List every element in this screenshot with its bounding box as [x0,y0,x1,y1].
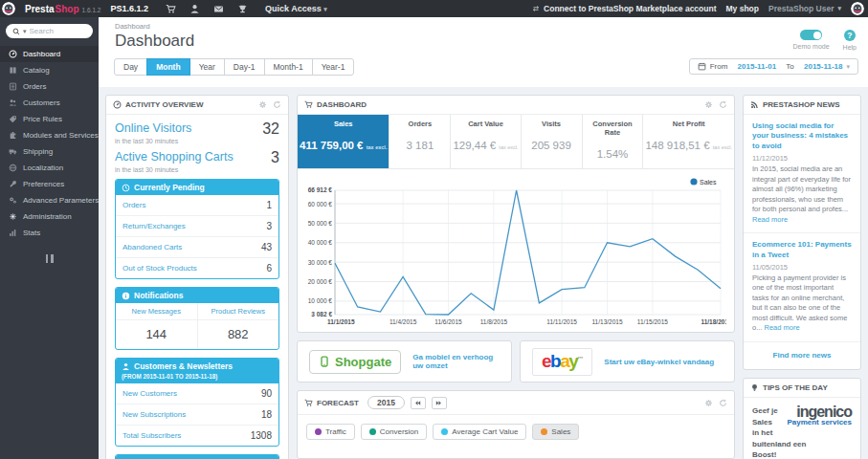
stat-row-link[interactable]: Out of Stock Products [122,264,197,273]
forecast-next-button[interactable] [432,397,447,409]
find-more-news-link[interactable]: Find more news [744,342,860,369]
help-icon[interactable]: ? [844,30,856,41]
sidebar-item-label: Preferences [23,180,64,188]
kpi-cart-value[interactable]: Cart Value129,44 € tax excl. [451,115,521,168]
sidebar-item-dashboard[interactable]: Dashboard [0,46,99,62]
brand-version: 1.6.1.2 [82,7,101,13]
stat-row-value: 1308 [251,430,272,441]
stat-row-link[interactable]: Total Subscribers [122,431,181,440]
kpi-conversion-rate[interactable]: Conversion Rate1.54% [583,115,644,168]
news-article-title[interactable]: Using social media for your business: 4 … [752,121,852,151]
sidebar-item-stats[interactable]: Stats [0,225,99,241]
sidebar-item-localization[interactable]: Localization [0,160,99,176]
range-button-year[interactable]: Year [189,58,225,76]
user-menu[interactable]: PrestaShop User ▾ [768,4,841,13]
forecast-year[interactable]: 2015 [367,396,405,409]
cart-icon[interactable] [166,4,176,14]
ebay-banner[interactable]: ebay™ Start uw eBay-winkel vandaag [520,340,735,382]
sidebar-item-label: Dashboard [23,50,60,58]
rss-icon [750,100,759,109]
sidebar-item-shipping[interactable]: Shipping [0,143,99,160]
search-input[interactable] [30,27,79,35]
sidebar-search[interactable]: ▾ [6,24,93,38]
sidebar-item-customers[interactable]: Customers [0,95,99,111]
marketplace-link[interactable]: Connect to PrestaShop Marketplace accoun… [532,4,716,13]
shop-name-link[interactable]: PS1.6.1.2 [110,4,148,13]
shopgate-link[interactable]: Ga mobiel en verhoog uw omzet [412,353,500,370]
stat-row-link[interactable]: Return/Exchanges [122,222,186,230]
refresh-icon[interactable] [719,399,727,407]
news-article-date: 11/12/2015 [752,154,852,163]
list-icon [9,82,17,91]
pending-title: Currently Pending [134,183,205,192]
range-button-day[interactable]: Day [114,58,147,76]
product-reviews-link[interactable]: Product Reviews [198,303,279,320]
refresh-icon[interactable] [719,100,727,109]
ebay-link[interactable]: Start uw eBay-winkel vandaag [604,358,714,366]
messages-icon[interactable] [213,4,224,14]
quick-access-menu[interactable]: Quick Access ▾ [265,4,327,13]
sidebar-item-catalog[interactable]: Catalog [0,62,99,78]
gear-icon[interactable] [704,399,713,407]
active-carts-link[interactable]: Active Shopping Carts [115,150,234,164]
online-visitors-link[interactable]: Online Visitors [115,121,191,135]
svg-text:66 912 €: 66 912 € [308,186,333,193]
dashboard-panel-title: Dashboard [317,100,367,109]
range-button-month[interactable]: Month [146,58,190,76]
forecast-prev-button[interactable] [411,397,426,409]
demo-mode-toggle[interactable] [800,30,822,40]
read-more-link[interactable]: Read more [752,215,788,224]
range-button-day-1[interactable]: Day-1 [224,58,265,76]
shopgate-banner[interactable]: Shopgate Ga mobiel en verhoog uw omzet [297,340,512,382]
range-button-year-1[interactable]: Year-1 [312,58,355,76]
sidebar-item-price-rules[interactable]: Price Rules [0,111,99,127]
forecast-legend-average-cart-value[interactable]: Average Cart Value [433,424,526,440]
forecast-legend-sales[interactable]: Sales [532,424,579,440]
online-visitors-sub: in the last 30 minutes [115,138,279,144]
user-avatar[interactable] [851,2,864,15]
forecast-legend-traffic[interactable]: Traffic [306,424,355,440]
sidebar-collapse-button[interactable] [0,254,99,263]
sidebar-item-modules-and-services[interactable]: Modules and Services [0,127,99,143]
stat-row: Out of Stock Products6 [116,257,278,278]
stat-row-link[interactable]: New Subscriptions [122,410,186,419]
kpi-net-profit[interactable]: Net Profit148 918,51 € tax excl. [643,115,734,168]
my-shop-link[interactable]: My shop [726,4,759,13]
ingenico-logo[interactable]: ingenico Payment services [779,405,852,427]
chart-legend-sales[interactable]: Sales [690,178,717,185]
chevron-down-icon: ▾ [846,63,850,71]
date-range-button[interactable]: From 2015-11-01 To 2015-11-18 ▾ [689,58,858,75]
read-more-link[interactable]: Read more [765,323,800,332]
kpi-label: Net Profit [645,120,732,128]
kpi-visits[interactable]: Visits205 939 [522,115,583,168]
new-messages-link[interactable]: New Messages [116,303,197,320]
sidebar-item-preferences[interactable]: Preferences [0,176,99,192]
kpi-value: 1.54% [597,148,629,160]
kpi-sales[interactable]: Sales411 759,00 € tax excl. [298,115,389,168]
customer-icon[interactable] [189,4,200,14]
sidebar-item-administration[interactable]: Administration [0,208,99,225]
sidebar-item-orders[interactable]: Orders [0,78,99,95]
sidebar-item-label: Administration [23,212,72,221]
product-reviews-value: 882 [198,320,279,349]
help-label: Help [843,44,857,51]
cogs-icon [9,196,17,205]
stat-row-link[interactable]: Orders [122,201,145,209]
kpi-value: 205 939 [531,140,571,151]
kpi-label: Cart Value [453,120,518,128]
kpi-value: 3 181 [407,140,434,151]
range-button-month-1[interactable]: Month-1 [264,58,313,76]
gear-icon[interactable] [258,100,267,109]
refresh-icon[interactable] [273,100,281,109]
forecast-legend-conversion[interactable]: Conversion [361,424,427,440]
svg-text:11/13/2015: 11/13/2015 [591,318,622,325]
gear-icon[interactable] [704,100,713,109]
search-scope-dropdown[interactable]: ▾ [23,28,27,35]
stat-row-link[interactable]: New Customers [122,389,177,398]
news-article-title[interactable]: Ecommerce 101: Payments in a Tweet [752,240,852,260]
brand-shop: Shop [56,4,79,14]
stat-row-link[interactable]: Abandoned Carts [122,243,182,251]
kpi-orders[interactable]: Orders3 181 [389,115,451,168]
sidebar-item-advanced-parameters[interactable]: Advanced Parameters [0,192,99,208]
trophy-icon[interactable] [237,4,248,14]
